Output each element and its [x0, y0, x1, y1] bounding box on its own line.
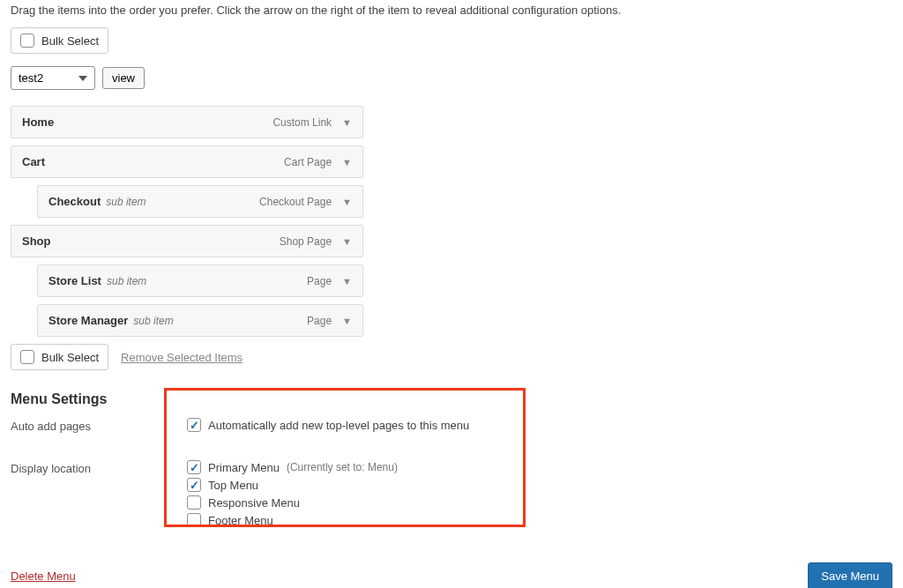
display-location-row[interactable]: Footer Menu — [187, 513, 892, 527]
display-location-label-text: Footer Menu — [208, 514, 273, 527]
menu-item[interactable]: Store Listsub itemPage▼ — [37, 264, 363, 297]
menu-item-type: Page — [307, 315, 332, 327]
bulk-select-bottom[interactable]: Bulk Select — [11, 344, 108, 370]
delete-menu-link[interactable]: Delete Menu — [11, 569, 76, 583]
save-menu-button[interactable]: Save Menu — [808, 562, 892, 588]
menu-item-right: Checkout Page▼ — [259, 196, 352, 208]
menu-item-left: Store Listsub item — [49, 274, 146, 287]
menu-item-left: Checkoutsub item — [49, 195, 146, 208]
display-location-label-text: Top Menu — [208, 479, 258, 492]
menu-item[interactable]: ShopShop Page▼ — [11, 225, 363, 257]
auto-add-checkbox-label: Automatically add new top-level pages to… — [208, 419, 469, 432]
display-location-checkbox[interactable] — [187, 478, 201, 492]
bulk-select-top-bar: Bulk Select — [11, 27, 892, 54]
chevron-down-icon[interactable]: ▼ — [342, 236, 352, 247]
chevron-down-icon[interactable]: ▼ — [342, 117, 352, 128]
display-location-checkbox[interactable] — [187, 513, 201, 527]
menu-item-subtext: sub item — [106, 196, 146, 208]
bulk-select-top-checkbox[interactable] — [20, 33, 34, 48]
display-location-controls: Primary Menu(Currently set to: Menu)Top … — [187, 460, 892, 531]
menu-footer-bar: Delete Menu Save Menu — [11, 554, 892, 588]
bulk-select-bottom-label: Bulk Select — [41, 351, 99, 364]
auto-add-checkbox[interactable] — [187, 418, 201, 432]
bulk-select-top[interactable]: Bulk Select — [11, 27, 108, 54]
menu-items-list: HomeCustom Link▼CartCart Page▼Checkoutsu… — [11, 106, 363, 337]
menu-item[interactable]: Checkoutsub itemCheckout Page▼ — [37, 185, 363, 218]
menu-item-right: Shop Page▼ — [280, 235, 352, 248]
menu-item-left: Cart — [22, 155, 45, 168]
menu-item-type: Page — [307, 275, 332, 287]
display-location-label-text: Primary Menu — [208, 461, 280, 474]
menu-item-right: Page▼ — [307, 315, 352, 327]
display-location-row[interactable]: Primary Menu(Currently set to: Menu) — [187, 460, 892, 474]
menu-settings-grid: Auto add pages Automatically add new top… — [11, 418, 892, 531]
menu-item-title: Home — [22, 115, 54, 129]
bulk-select-bottom-bar: Bulk Select Remove Selected Items — [11, 344, 892, 370]
menu-selector-row: test2 view — [11, 66, 892, 90]
chevron-down-icon[interactable]: ▼ — [342, 157, 352, 167]
display-location-row[interactable]: Top Menu — [187, 478, 892, 492]
menu-item-left: Home — [22, 115, 54, 129]
menu-item[interactable]: Store Managersub itemPage▼ — [37, 304, 363, 337]
menu-item-title: Shop — [22, 234, 51, 248]
chevron-down-icon[interactable]: ▼ — [342, 276, 352, 287]
view-button[interactable]: view — [102, 67, 145, 89]
menu-settings-title: Menu Settings — [11, 391, 892, 407]
menu-settings-section: Menu Settings Auto add pages Automatical… — [11, 391, 892, 531]
display-location-checkbox[interactable] — [187, 460, 201, 474]
menu-item-type: Shop Page — [280, 235, 332, 248]
menu-item-subtext: sub item — [133, 315, 173, 327]
auto-add-pages-label: Auto add pages — [11, 418, 187, 433]
menu-item-right: Custom Link▼ — [272, 116, 352, 129]
menu-item[interactable]: CartCart Page▼ — [11, 145, 363, 178]
menu-item-subtext: sub item — [107, 275, 146, 287]
bulk-select-top-label: Bulk Select — [41, 34, 99, 48]
chevron-down-icon[interactable]: ▼ — [342, 197, 352, 207]
menu-item-left: Shop — [22, 234, 51, 248]
menu-item-type: Cart Page — [284, 156, 332, 168]
display-location-label: Display location — [11, 460, 187, 475]
display-location-row[interactable]: Responsive Menu — [187, 495, 892, 510]
menu-select-dropdown[interactable]: test2 — [11, 66, 95, 90]
auto-add-checkbox-row[interactable]: Automatically add new top-level pages to… — [187, 418, 892, 432]
display-location-checkbox[interactable] — [187, 495, 201, 510]
display-location-label-text: Responsive Menu — [208, 496, 300, 510]
display-location-meta: (Currently set to: Menu) — [287, 461, 398, 473]
menu-item[interactable]: HomeCustom Link▼ — [11, 106, 363, 138]
menu-item-right: Cart Page▼ — [284, 156, 352, 168]
menu-item-type: Checkout Page — [259, 196, 332, 208]
menu-item-type: Custom Link — [272, 116, 332, 129]
menu-item-title: Store Manager — [49, 314, 128, 327]
menu-item-title: Cart — [22, 155, 45, 168]
auto-add-pages-controls: Automatically add new top-level pages to… — [187, 418, 892, 435]
instructions-text: Drag the items into the order you prefer… — [11, 4, 892, 17]
menu-item-title: Store List — [49, 274, 101, 287]
chevron-down-icon[interactable]: ▼ — [342, 316, 352, 326]
menu-item-right: Page▼ — [307, 275, 352, 287]
remove-selected-link[interactable]: Remove Selected Items — [121, 351, 243, 364]
menu-item-title: Checkout — [49, 195, 101, 208]
bulk-select-bottom-checkbox[interactable] — [20, 350, 34, 364]
menu-item-left: Store Managersub item — [49, 314, 174, 327]
